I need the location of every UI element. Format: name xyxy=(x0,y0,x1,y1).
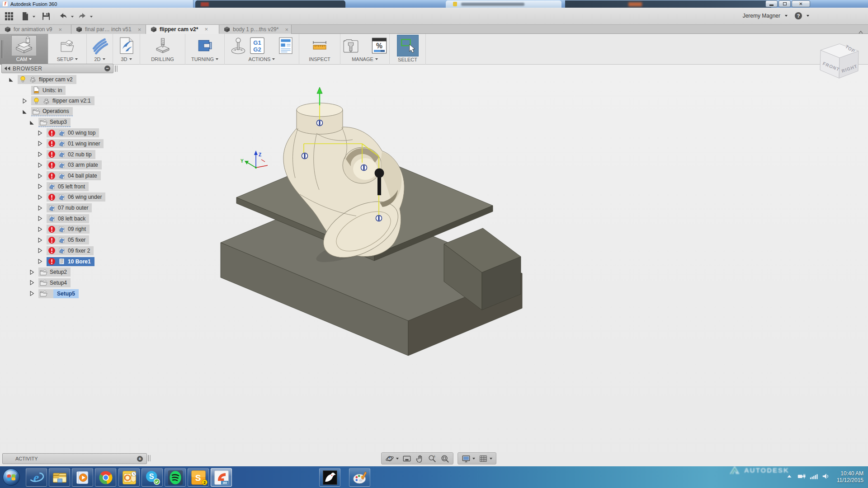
close-icon[interactable]: × xyxy=(138,27,142,33)
close-button[interactable]: ✕ xyxy=(792,0,810,7)
network-signal-icon[interactable] xyxy=(810,472,818,482)
doc-tab-flipper-cam-v2[interactable]: flipper cam v2*× xyxy=(146,25,219,34)
tree-item-04-ball-plate[interactable]: 04 ball plate xyxy=(1,170,155,181)
expand-activity-icon[interactable]: + xyxy=(137,456,143,462)
tree-expander-icon[interactable] xyxy=(37,258,47,265)
tree-expander-icon[interactable] xyxy=(37,183,47,190)
collapse-all-icon[interactable]: − xyxy=(104,66,110,71)
taskbar-fusion-360-button[interactable]: 360 xyxy=(211,468,232,487)
tree-expander-icon[interactable] xyxy=(37,193,47,201)
select-cursor-icon[interactable] xyxy=(397,35,419,56)
tree-expander-icon[interactable] xyxy=(28,268,38,276)
tree-expander-icon[interactable] xyxy=(21,97,31,104)
volume-icon[interactable] xyxy=(822,472,830,482)
tree-expander-icon[interactable] xyxy=(37,151,47,158)
tree-expander-icon[interactable] xyxy=(37,247,47,254)
minimize-button[interactable] xyxy=(765,0,778,7)
undo-menu-caret-icon[interactable] xyxy=(71,16,74,18)
ribbon-group-manage[interactable]: %MANAGE xyxy=(340,34,390,65)
fit-button[interactable] xyxy=(439,453,451,464)
taskbar-skype-button[interactable]: S xyxy=(142,468,163,487)
tree-expander-icon[interactable] xyxy=(37,172,47,179)
collapse-panel-icon[interactable] xyxy=(2,66,13,71)
ribbon-group-2d[interactable]: 2D xyxy=(87,34,113,65)
display-settings-button[interactable] xyxy=(460,453,477,464)
doc-tab-for-animation-v9[interactable]: for animation v9× xyxy=(0,25,71,34)
save-icon[interactable] xyxy=(42,12,51,21)
taskbar-outlook-button[interactable] xyxy=(118,468,140,487)
feeds-speeds-icon[interactable]: % xyxy=(371,37,387,55)
panel-grip[interactable] xyxy=(115,66,118,72)
tree-item-setup5[interactable]: Setup5 xyxy=(1,288,155,299)
orbit-button[interactable] xyxy=(383,453,401,464)
tree-expander-icon[interactable] xyxy=(37,225,47,233)
start-button[interactable] xyxy=(2,468,21,487)
tree-item-setup2[interactable]: Setup2 xyxy=(1,267,155,277)
doc-tab-final-par-inch-v51[interactable]: final par… inch v51× xyxy=(71,25,146,34)
tree-item-setup4[interactable]: Setup4 xyxy=(1,277,155,288)
undo-icon[interactable] xyxy=(59,12,68,21)
user-caret-icon[interactable] xyxy=(785,15,788,17)
taskbar-skype-business-button[interactable]: S2 xyxy=(188,468,209,487)
tree-expander-icon[interactable] xyxy=(8,76,18,83)
tree-item-06-wing-under[interactable]: 06 wing under xyxy=(1,192,155,203)
browser-panel-header[interactable]: BROWSER − xyxy=(1,64,113,73)
tree-item-setup3[interactable]: Setup3 xyxy=(1,117,155,128)
tree-item-operations[interactable]: Operations xyxy=(1,106,155,117)
tree-item-09-right[interactable]: 09 right xyxy=(1,224,155,235)
ribbon-group-select[interactable]: SELECT xyxy=(390,34,426,65)
taskbar-rhino-button[interactable] xyxy=(319,468,340,487)
ribbon-group-cam[interactable]: CAM xyxy=(0,34,48,65)
user-menu[interactable]: Jeremy Magner xyxy=(743,13,780,19)
tree-item-01-wing-inner[interactable]: 01 wing inner xyxy=(1,138,155,149)
tree-item-08-left-back[interactable]: 08 left back xyxy=(1,213,155,224)
tree-expander-icon[interactable] xyxy=(37,161,47,169)
taskbar-spotify-button[interactable] xyxy=(165,468,186,487)
close-icon[interactable]: × xyxy=(204,26,208,32)
close-icon[interactable]: × xyxy=(58,27,62,33)
post-process-icon[interactable]: G1G2 xyxy=(249,37,265,55)
tree-item-03-arm-plate[interactable]: 03 arm plate xyxy=(1,160,155,171)
view-cube[interactable]: TOP FRONT RIGHT xyxy=(807,38,868,88)
ribbon-group-3d[interactable]: 3D xyxy=(113,34,140,65)
tree-item-02-nub-tip[interactable]: 02 nub tip xyxy=(1,149,155,160)
file-menu-caret-icon[interactable] xyxy=(33,16,35,18)
ribbon-group-inspect[interactable]: INSPECT xyxy=(299,34,340,65)
taskbar-chrome-button[interactable] xyxy=(95,468,116,487)
setup-sheet-icon[interactable] xyxy=(278,37,294,55)
look-at-button[interactable] xyxy=(401,453,413,464)
panel-grip[interactable] xyxy=(148,455,151,461)
tray-expand-icon[interactable] xyxy=(785,472,793,482)
cam-milling-icon[interactable] xyxy=(11,35,37,56)
tree-item-flipper-cam-v2-1[interactable]: flipper cam v2:1 xyxy=(1,95,155,106)
ribbon-group-drilling[interactable]: DRILLING xyxy=(140,34,185,65)
ribbon-group-setup[interactable]: SETUP xyxy=(48,34,87,65)
zoom-button[interactable]: ± xyxy=(426,453,439,464)
restore-button[interactable] xyxy=(778,0,791,7)
drilling-icon[interactable] xyxy=(155,37,171,55)
setup-ribbon-icon[interactable] xyxy=(59,37,75,55)
tree-expander-icon[interactable] xyxy=(28,119,38,126)
tree-expander-icon[interactable] xyxy=(37,140,47,147)
tree-expander-icon[interactable] xyxy=(37,204,47,211)
tree-item-flipper-cam-v2[interactable]: flipper cam v2 xyxy=(1,74,155,85)
simulate-icon[interactable] xyxy=(230,37,246,55)
taskbar-media-player-button[interactable] xyxy=(72,468,93,487)
tree-item-units-in[interactable]: Units: in xyxy=(1,85,155,96)
tree-item-10-bore1[interactable]: 10 Bore1 xyxy=(1,256,155,267)
taskbar-windows-explorer-button[interactable] xyxy=(49,468,70,487)
tree-expander-icon[interactable] xyxy=(37,236,47,244)
turning-icon[interactable] xyxy=(197,37,213,55)
app-grid-icon[interactable] xyxy=(5,12,14,21)
taskbar-paint-button[interactable] xyxy=(349,468,370,487)
taskbar-clock[interactable]: 10:40 AM 11/12/2015 xyxy=(837,470,863,484)
tree-expander-icon[interactable] xyxy=(28,290,38,297)
ribbon-group-actions[interactable]: G1G2ACTIONS xyxy=(225,34,299,65)
milling-2d-icon[interactable] xyxy=(92,37,108,55)
tree-item-09-fixer-2[interactable]: 09 fixer 2 xyxy=(1,245,155,256)
redo-menu-caret-icon[interactable] xyxy=(90,16,93,18)
close-icon[interactable]: × xyxy=(285,27,288,33)
redo-icon[interactable] xyxy=(78,12,87,21)
tree-item-07-nub-outer[interactable]: 07 nub outer xyxy=(1,202,155,213)
ribbon-group-turning[interactable]: TURNING xyxy=(185,34,225,65)
